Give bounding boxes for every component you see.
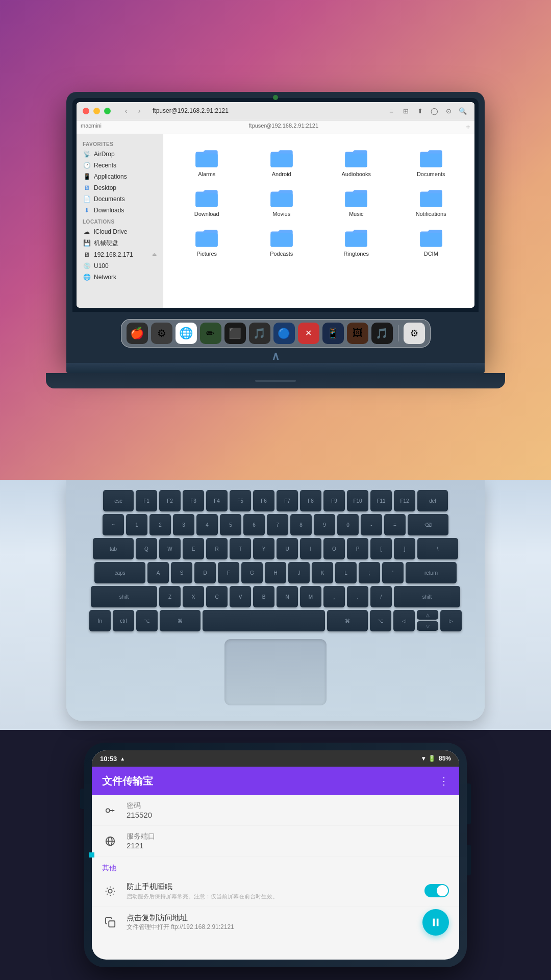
back-arrow[interactable]: ‹ xyxy=(121,106,131,116)
key-arrow-up[interactable]: △ xyxy=(417,610,438,620)
key-a[interactable]: A xyxy=(147,562,169,583)
sidebar-item-icloud[interactable]: ☁ iCloud Drive xyxy=(77,226,163,237)
key-f9[interactable]: F9 xyxy=(323,490,345,511)
key-equals[interactable]: = xyxy=(384,514,406,535)
file-item-download[interactable]: Download xyxy=(171,184,242,220)
key-lshift[interactable]: shift xyxy=(91,586,157,607)
key-f1[interactable]: F1 xyxy=(136,490,157,511)
eject-icon[interactable]: ⏏ xyxy=(152,252,157,257)
key-tab[interactable]: tab xyxy=(93,538,134,559)
key-q[interactable]: Q xyxy=(136,538,157,559)
key-cmd-r[interactable]: ⌘ xyxy=(327,610,368,631)
sidebar-item-ip[interactable]: 🖥 192.168.2.171 ⏏ xyxy=(77,249,163,260)
sidebar-item-applications[interactable]: 📱 Applications xyxy=(77,171,163,182)
file-item-documents[interactable]: Documents xyxy=(396,144,467,180)
key-l[interactable]: L xyxy=(335,562,357,583)
key-y[interactable]: Y xyxy=(253,538,274,559)
key-f8[interactable]: F8 xyxy=(300,490,321,511)
sidebar-item-u100[interactable]: 💿 U100 xyxy=(77,260,163,272)
key-f11[interactable]: F11 xyxy=(370,490,392,511)
key-minus[interactable]: - xyxy=(361,514,382,535)
sidebar-item-hdd[interactable]: 💾 机械硬盘 xyxy=(77,237,163,249)
key-arrow-down[interactable]: ▽ xyxy=(417,621,438,631)
tag-icon[interactable]: ◯ xyxy=(429,105,440,116)
key-alt[interactable]: ⌥ xyxy=(136,610,158,631)
dock-appstore[interactable]: 📱 xyxy=(322,323,344,344)
file-item-pictures[interactable]: Pictures xyxy=(171,224,242,260)
key-v[interactable]: V xyxy=(230,586,251,607)
key-arrow-left[interactable]: ◁ xyxy=(393,610,415,631)
key-8[interactable]: 8 xyxy=(290,514,312,535)
forward-arrow[interactable]: › xyxy=(134,106,144,116)
key-o[interactable]: O xyxy=(323,538,345,559)
key-fn[interactable]: fn xyxy=(89,610,111,631)
key-rshift[interactable]: shift xyxy=(394,586,460,607)
phone-left-button[interactable] xyxy=(80,789,84,809)
key-f[interactable]: F xyxy=(218,562,239,583)
key-9[interactable]: 9 xyxy=(314,514,335,535)
dock-vscode[interactable]: 🔵 xyxy=(273,323,295,344)
key-backspace[interactable]: ⌫ xyxy=(408,514,448,535)
key-7[interactable]: 7 xyxy=(267,514,288,535)
key-quote[interactable]: ' xyxy=(382,562,404,583)
copy-address-row[interactable]: 点击复制访问地址 文件管理中打开 ftp://192.168.2.91:2121 xyxy=(92,907,459,938)
key-f10[interactable]: F10 xyxy=(347,490,368,511)
key-comma[interactable]: , xyxy=(323,586,345,607)
dock-settings[interactable]: ⚙ xyxy=(151,323,172,344)
key-h[interactable]: H xyxy=(265,562,286,583)
dock-close-red[interactable]: ✕ xyxy=(298,323,319,344)
sidebar-item-network[interactable]: 🌐 Network xyxy=(77,272,163,283)
add-panel-icon[interactable]: + xyxy=(466,122,470,132)
minimize-button[interactable] xyxy=(93,108,100,114)
close-button[interactable] xyxy=(83,108,89,114)
key-f4[interactable]: F4 xyxy=(206,490,228,511)
key-ctrl[interactable]: ctrl xyxy=(113,610,134,631)
key-4[interactable]: 4 xyxy=(196,514,218,535)
dock-code[interactable]: ✏ xyxy=(200,323,221,344)
sidebar-item-downloads[interactable]: ⬇ Downloads xyxy=(77,205,163,216)
key-f12[interactable]: F12 xyxy=(394,490,415,511)
key-k[interactable]: K xyxy=(312,562,333,583)
key-backslash[interactable]: \ xyxy=(417,538,458,559)
key-1[interactable]: 1 xyxy=(126,514,147,535)
file-item-alarms[interactable]: Alarms xyxy=(171,144,242,180)
dock-itunes[interactable]: 🎵 xyxy=(371,323,393,344)
key-x[interactable]: X xyxy=(183,586,204,607)
sidebar-item-airdrop[interactable]: 📡 AirDrop xyxy=(77,149,163,160)
key-lbracket[interactable]: [ xyxy=(370,538,392,559)
key-slash[interactable]: / xyxy=(370,586,392,607)
file-item-movies[interactable]: Movies xyxy=(246,184,317,220)
key-n[interactable]: N xyxy=(277,586,298,607)
key-m[interactable]: M xyxy=(300,586,321,607)
phone-right-button-top[interactable] xyxy=(467,783,471,824)
key-5[interactable]: 5 xyxy=(220,514,241,535)
key-d[interactable]: D xyxy=(194,562,216,583)
key-2[interactable]: 2 xyxy=(149,514,171,535)
key-t[interactable]: T xyxy=(230,538,251,559)
file-item-dcim[interactable]: DCIM xyxy=(396,224,467,260)
key-s[interactable]: S xyxy=(171,562,192,583)
key-w[interactable]: W xyxy=(159,538,181,559)
key-g[interactable]: G xyxy=(241,562,263,583)
view-list-icon[interactable]: ≡ xyxy=(386,105,397,116)
key-arrow-right[interactable]: ▷ xyxy=(440,610,462,631)
dock-music[interactable]: 🎵 xyxy=(249,323,270,344)
file-item-podcasts[interactable]: Podcasts xyxy=(246,224,317,260)
app-menu-button[interactable]: ⋮ xyxy=(439,775,449,787)
key-e[interactable]: E xyxy=(183,538,204,559)
key-6[interactable]: 6 xyxy=(243,514,265,535)
search-icon[interactable]: 🔍 xyxy=(457,105,468,116)
key-alt-r[interactable]: ⌥ xyxy=(370,610,391,631)
maximize-button[interactable] xyxy=(104,108,111,114)
key-f6[interactable]: F6 xyxy=(253,490,274,511)
sidebar-item-recents[interactable]: 🕐 Recents xyxy=(77,160,163,171)
key-0[interactable]: 0 xyxy=(337,514,359,535)
key-j[interactable]: J xyxy=(288,562,310,583)
key-i[interactable]: I xyxy=(300,538,321,559)
file-item-audiobooks[interactable]: Audiobooks xyxy=(321,144,392,180)
key-return[interactable]: return xyxy=(406,562,457,583)
key-period[interactable]: . xyxy=(347,586,368,607)
key-delete[interactable]: del xyxy=(417,490,448,511)
key-f2[interactable]: F2 xyxy=(159,490,181,511)
file-item-android[interactable]: Android xyxy=(246,144,317,180)
